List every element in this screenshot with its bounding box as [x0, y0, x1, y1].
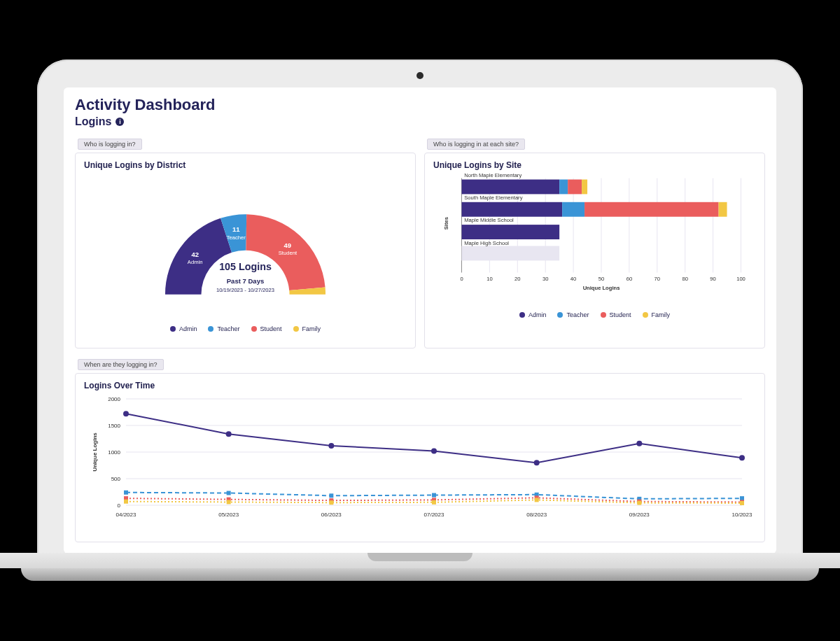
time-series-admin[interactable]: [126, 414, 742, 463]
teacher-swatch-icon: [208, 326, 214, 332]
site-bar-admin[interactable]: [462, 225, 560, 239]
time-point[interactable]: [123, 411, 129, 416]
svg-text:1500: 1500: [108, 423, 120, 429]
legend-item-admin[interactable]: Admin: [170, 325, 197, 332]
legend-label: Student: [610, 311, 631, 318]
site-bar-teacher[interactable]: [562, 202, 584, 217]
admin-swatch-icon: [519, 312, 525, 318]
panel-district-tag: Who is logging in?: [78, 139, 142, 150]
legend-label: Family: [652, 311, 671, 318]
page-subtitle: Logins: [75, 115, 111, 128]
time-point[interactable]: [227, 491, 231, 495]
time-point[interactable]: [227, 500, 231, 504]
time-y-axis-label: Unique Logins: [92, 432, 98, 472]
info-icon[interactable]: i: [115, 118, 124, 126]
panel-site-tag: Who is logging in at each site?: [427, 139, 525, 150]
svg-text:1000: 1000: [108, 449, 120, 456]
site-bar-admin[interactable]: [462, 202, 563, 217]
time-point[interactable]: [534, 460, 540, 465]
site-bar-family[interactable]: [719, 202, 727, 217]
panel-time-title: Logins Over Time: [84, 381, 756, 390]
time-point[interactable]: [124, 491, 128, 495]
panel-site-title: Unique Logins by Site: [433, 160, 756, 170]
legend-label: Teacher: [217, 325, 239, 332]
time-point[interactable]: [636, 441, 642, 446]
site-bar-student[interactable]: [568, 180, 582, 195]
time-point[interactable]: [739, 455, 745, 460]
svg-text:50: 50: [598, 276, 604, 282]
time-point[interactable]: [329, 500, 333, 505]
time-point[interactable]: [124, 500, 128, 504]
time-point[interactable]: [431, 448, 437, 453]
site-bar-family[interactable]: [582, 180, 587, 195]
time-x-tick: 06/2023: [321, 512, 342, 518]
family-swatch-icon: [293, 326, 299, 332]
legend-item-family[interactable]: Family: [293, 325, 321, 332]
donut-center-range: 10/19/2023 - 10/27/2023: [216, 287, 274, 293]
legend-label: Teacher: [566, 311, 589, 318]
svg-text:0: 0: [118, 502, 121, 509]
legend-item-family[interactable]: Family: [643, 311, 671, 318]
student-swatch-icon: [251, 326, 257, 332]
svg-text:10: 10: [486, 276, 492, 282]
teacher-swatch-icon: [557, 312, 563, 318]
svg-text:11: 11: [232, 225, 240, 233]
site-category-label: South Maple Elementary: [464, 195, 522, 201]
legend-item-student[interactable]: Student: [251, 325, 282, 332]
legend-item-teacher[interactable]: Teacher: [557, 311, 589, 318]
time-point[interactable]: [740, 501, 744, 505]
legend-label: Student: [260, 325, 282, 332]
panel-site-body: Unique Logins by Site 010203040506070809…: [424, 153, 765, 348]
time-point[interactable]: [432, 493, 436, 498]
svg-text:90: 90: [710, 276, 715, 282]
legend-label: Admin: [528, 311, 547, 318]
svg-text:Student: Student: [279, 250, 298, 256]
time-point[interactable]: [329, 493, 333, 498]
legend-label: Family: [302, 325, 321, 332]
time-point[interactable]: [328, 443, 334, 449]
svg-text:40: 40: [570, 276, 576, 282]
district-legend: AdminTeacherStudentFamily: [84, 325, 407, 332]
svg-text:Admin: Admin: [188, 259, 203, 265]
svg-text:2000: 2000: [108, 396, 120, 402]
page-subtitle-row: Logins i: [75, 115, 765, 128]
laptop-camera: [416, 72, 424, 79]
time-point[interactable]: [432, 500, 436, 505]
time-point[interactable]: [740, 496, 744, 500]
site-legend: AdminTeacherStudentFamily: [433, 311, 756, 318]
family-swatch-icon: [643, 312, 648, 318]
time-x-tick: 04/2023: [116, 512, 136, 518]
legend-item-student[interactable]: Student: [601, 311, 631, 318]
svg-rect-28: [462, 246, 560, 261]
time-x-tick: 05/2023: [218, 512, 239, 518]
donut-center-value: 105 Logins: [219, 261, 272, 272]
site-category-label: Maple High School: [464, 240, 509, 246]
site-bar-teacher[interactable]: [559, 180, 568, 195]
svg-text:70: 70: [654, 276, 660, 282]
legend-item-teacher[interactable]: Teacher: [208, 325, 239, 332]
site-category-label: North Maple Elementary: [464, 173, 522, 178]
site-x-axis-label: Unique Logins: [583, 285, 620, 291]
time-x-tick: 09/2023: [629, 512, 650, 518]
site-bar-admin[interactable]: [462, 180, 560, 195]
svg-text:100: 100: [736, 276, 746, 282]
panel-time-tag: When are they logging in?: [78, 359, 164, 370]
time-point[interactable]: [226, 431, 232, 437]
svg-text:20: 20: [514, 276, 520, 282]
site-bar-student[interactable]: [584, 202, 719, 217]
student-swatch-icon: [601, 312, 606, 318]
time-x-tick: 10/2023: [732, 512, 752, 518]
panel-district-title: Unique Logins by District: [84, 160, 407, 170]
svg-text:49: 49: [284, 241, 292, 249]
legend-label: Admin: [179, 325, 197, 332]
admin-swatch-icon: [170, 326, 176, 332]
svg-text:42: 42: [191, 251, 199, 258]
panel-district-body: Unique Logins by District 42Admin11Teach…: [75, 153, 416, 348]
legend-item-admin[interactable]: Admin: [519, 311, 547, 318]
laptop-frame: Activity Dashboard Logins i Who is loggi…: [37, 59, 803, 556]
time-point[interactable]: [535, 498, 539, 502]
dashboard-screen: Activity Dashboard Logins i Who is loggi…: [64, 87, 776, 554]
svg-text:500: 500: [111, 476, 121, 482]
time-point[interactable]: [637, 501, 641, 505]
donut-center-period: Past 7 Days: [227, 277, 265, 285]
